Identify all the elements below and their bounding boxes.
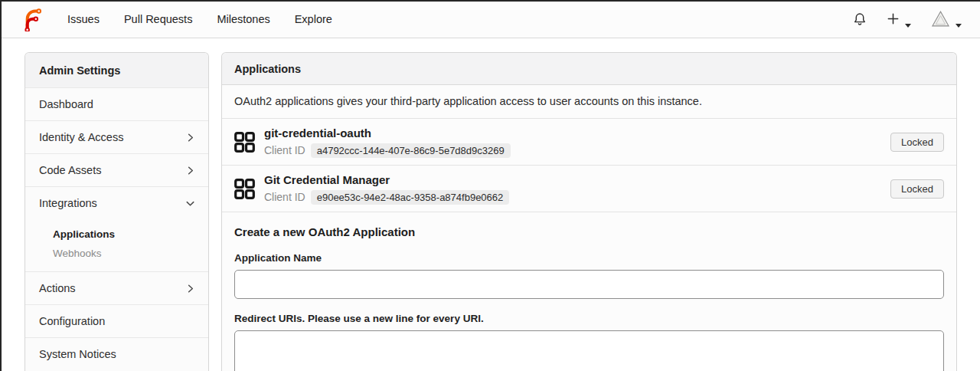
client-id-label: Client ID — [264, 144, 305, 156]
sidebar-item-label: Integrations — [39, 197, 97, 209]
sidebar-item-identity-access[interactable]: Identity & Access — [25, 120, 208, 153]
oauth2-description: OAuth2 applications gives your third-par… — [222, 85, 956, 119]
nav-item-milestones[interactable]: Milestones — [217, 13, 270, 25]
integrations-submenu: Applications Webhooks — [25, 219, 208, 271]
sidebar-item-label: Dashboard — [39, 98, 93, 110]
forgejo-logo-icon[interactable] — [20, 7, 44, 31]
nav-item-issues[interactable]: Issues — [67, 13, 100, 25]
sidebar-item-dashboard[interactable]: Dashboard — [25, 87, 208, 120]
bell-icon — [853, 12, 867, 26]
redirect-uris-label: Redirect URIs. Please use a new line for… — [234, 313, 944, 324]
sidebar-item-label: Code Assets — [39, 164, 101, 176]
chevron-right-icon — [185, 165, 196, 176]
client-id-value: a4792ccc-144e-407e-86c9-5e7d8d9c3269 — [311, 143, 511, 158]
application-name-label: Application Name — [234, 252, 944, 264]
plus-icon — [887, 12, 900, 25]
apps-grid-icon — [234, 179, 255, 199]
window-edge-left — [0, 0, 2, 371]
top-navbar: Issues Pull Requests Milestones Explore — [0, 0, 980, 38]
oauth-app-row: git-credential-oauth Client ID a4792ccc-… — [222, 119, 956, 166]
panel-title: Applications — [222, 53, 956, 85]
client-id-value: e90ee53c-94e2-48ac-9358-a874fb9e0662 — [311, 190, 510, 205]
chevron-down-icon — [905, 17, 911, 21]
create-oauth2-section: Create a new OAuth2 Application Applicat… — [222, 212, 956, 371]
notifications-button[interactable] — [853, 12, 867, 26]
sidebar-item-configuration[interactable]: Configuration — [25, 304, 208, 337]
sidebar-item-label: Identity & Access — [39, 131, 123, 143]
create-section-title: Create a new OAuth2 Application — [234, 225, 944, 238]
chevron-right-icon — [185, 132, 196, 143]
app-name: Git Credential Manager — [264, 172, 509, 188]
locked-button[interactable]: Locked — [890, 179, 944, 199]
sidebar-item-applications[interactable]: Applications — [25, 225, 208, 244]
create-new-menu[interactable] — [887, 12, 911, 25]
sidebar-item-label: System Notices — [39, 348, 116, 360]
oauth-app-row: Git Credential Manager Client ID e90ee53… — [222, 166, 956, 212]
sidebar-item-webhooks[interactable]: Webhooks — [25, 244, 208, 263]
app-name: git-credential-oauth — [264, 126, 511, 141]
admin-settings-sidebar: Admin Settings Dashboard Identity & Acce… — [24, 52, 209, 371]
sidebar-item-actions[interactable]: Actions — [25, 271, 208, 304]
sidebar-item-system-notices[interactable]: System Notices — [25, 337, 208, 370]
application-name-input[interactable] — [234, 270, 944, 299]
sidebar-item-label: Configuration — [39, 315, 105, 327]
sidebar-item-integrations[interactable]: Integrations — [25, 186, 208, 219]
chevron-down-icon — [185, 198, 196, 209]
chevron-down-icon — [956, 17, 962, 21]
apps-grid-icon — [234, 132, 255, 153]
nav-item-pull-requests[interactable]: Pull Requests — [124, 13, 192, 25]
applications-panel: Applications OAuth2 applications gives y… — [221, 52, 957, 371]
sidebar-item-code-assets[interactable]: Code Assets — [25, 153, 208, 186]
sidebar-title: Admin Settings — [25, 53, 208, 87]
window-edge-top — [0, 0, 980, 2]
user-menu[interactable] — [931, 9, 962, 28]
nav-item-explore[interactable]: Explore — [295, 13, 332, 25]
sidebar-item-label: Actions — [39, 282, 76, 294]
chevron-right-icon — [185, 283, 196, 294]
avatar — [931, 9, 950, 28]
client-id-label: Client ID — [264, 191, 305, 203]
locked-button[interactable]: Locked — [890, 133, 944, 152]
redirect-uris-textarea[interactable] — [234, 330, 944, 371]
